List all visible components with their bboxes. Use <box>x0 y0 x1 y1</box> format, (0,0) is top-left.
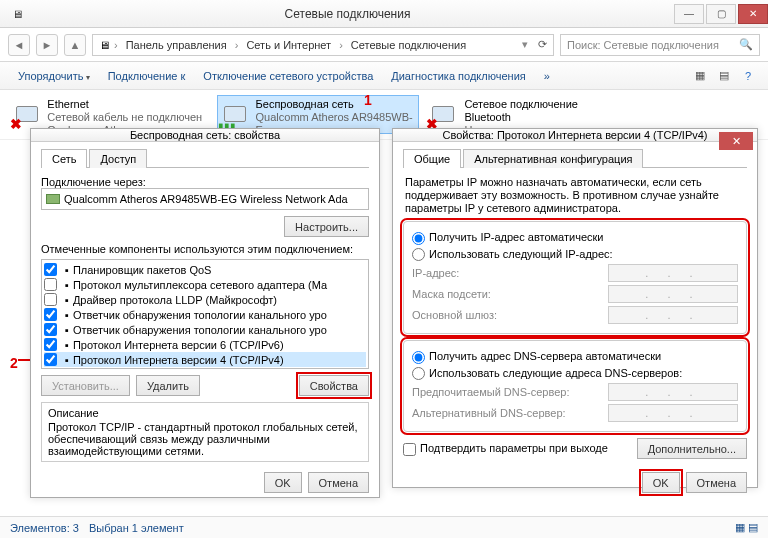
components-label: Отмеченные компоненты используются этим … <box>41 243 369 255</box>
dialog-title: Беспроводная сеть: свойства <box>31 129 379 142</box>
component-item[interactable]: ▪Протокол Интернета версии 6 (TCP/IPv6) <box>44 337 366 352</box>
up-button[interactable]: ▲ <box>64 34 86 56</box>
dns-alternate-label: Альтернативный DNS-сервер: <box>412 407 602 419</box>
titlebar: 🖥 Сетевые подключения — ▢ ✕ <box>0 0 768 28</box>
component-item[interactable]: ▪Протокол мультиплексора сетевого адапте… <box>44 277 366 292</box>
dialog-title-text: Свойства: Протокол Интернета версии 4 (T… <box>442 129 707 141</box>
dns-preferred-label: Предпочитаемый DNS-сервер: <box>412 386 602 398</box>
component-label: Планировщик пакетов QoS <box>73 264 212 276</box>
help-icon[interactable]: ? <box>738 67 758 85</box>
view-icon[interactable]: ▦ <box>690 67 710 85</box>
ok-button[interactable]: OK <box>264 472 302 493</box>
description-body: Протокол TCP/IP - стандартный протокол г… <box>48 421 362 457</box>
status-elements: Элементов: 3 <box>10 522 79 534</box>
dns-group: Получить адрес DNS-сервера автоматически… <box>403 340 747 432</box>
info-text: Параметры IP можно назначать автоматичес… <box>403 168 747 215</box>
diagnose-button[interactable]: Диагностика подключения <box>383 67 533 85</box>
window-title: Сетевые подключения <box>23 7 672 21</box>
subnet-mask-label: Маска подсети: <box>412 288 602 300</box>
tab-network[interactable]: Сеть <box>41 149 87 168</box>
component-label: Протокол мультиплексора сетевого адаптер… <box>73 279 327 291</box>
properties-button[interactable]: Свойства <box>299 375 369 396</box>
uninstall-button[interactable]: Удалить <box>136 375 200 396</box>
component-checkbox[interactable] <box>44 308 57 321</box>
ip-group: Получить IP-адрес автоматически Использо… <box>403 221 747 334</box>
dns-preferred-field[interactable]: . . . <box>608 383 738 401</box>
cancel-button[interactable]: Отмена <box>686 472 747 493</box>
gateway-field[interactable]: . . . <box>608 306 738 324</box>
ip-address-field[interactable]: . . . <box>608 264 738 282</box>
components-list[interactable]: ▪Планировщик пакетов QoS▪Протокол мульти… <box>41 259 369 369</box>
protocol-icon: ▪ <box>65 309 69 321</box>
dns-auto-radio[interactable]: Получить адрес DNS-сервера автоматически <box>412 350 661 364</box>
component-checkbox[interactable] <box>44 293 57 306</box>
protocol-icon: ▪ <box>65 279 69 291</box>
search-placeholder: Поиск: Сетевые подключения <box>567 39 719 51</box>
toolbar-more[interactable]: » <box>536 67 558 85</box>
configure-button[interactable]: Настроить... <box>284 216 369 237</box>
tab-sharing[interactable]: Доступ <box>89 149 147 168</box>
dns-manual-radio[interactable]: Использовать следующие адреса DNS-сервер… <box>412 367 682 381</box>
component-item[interactable]: ▪Ответчик обнаружения топологии канально… <box>44 307 366 322</box>
search-input[interactable]: Поиск: Сетевые подключения 🔍 <box>560 34 760 56</box>
navbar: ◄ ► ▲ 🖥› Панель управления› Сеть и Интер… <box>0 28 768 62</box>
toolbar: Упорядочить Подключение к Отключение сет… <box>0 62 768 90</box>
component-checkbox[interactable] <box>44 338 57 351</box>
wifi-icon: ▮▮▮ <box>220 98 250 130</box>
component-item[interactable]: ▪Планировщик пакетов QoS <box>44 262 366 277</box>
protocol-icon: ▪ <box>65 294 69 306</box>
connection-name: Сетевое подключение Bluetooth <box>464 98 624 124</box>
breadcrumb-item[interactable]: Панель управления <box>122 39 231 51</box>
dialog-close-button[interactable]: ✕ <box>719 132 753 150</box>
control-panel-icon: 🖥 <box>12 8 23 20</box>
breadcrumb[interactable]: 🖥› Панель управления› Сеть и Интернет› С… <box>92 34 554 56</box>
component-checkbox[interactable] <box>44 353 57 366</box>
details-icon[interactable]: ▤ <box>714 67 734 85</box>
component-checkbox[interactable] <box>44 278 57 291</box>
protocol-icon: ▪ <box>65 264 69 276</box>
protocol-icon: ▪ <box>65 324 69 336</box>
validate-checkbox[interactable]: Подтвердить параметры при выходе <box>403 442 608 456</box>
minimize-button[interactable]: — <box>674 4 704 24</box>
adapter-name: Qualcomm Atheros AR9485WB-EG Wireless Ne… <box>64 193 348 205</box>
back-button[interactable]: ◄ <box>8 34 30 56</box>
maximize-button[interactable]: ▢ <box>706 4 736 24</box>
advanced-button[interactable]: Дополнительно... <box>637 438 747 459</box>
tab-general[interactable]: Общие <box>403 149 461 168</box>
install-button[interactable]: Установить... <box>41 375 130 396</box>
component-item[interactable]: ▪Ответчик обнаружения топологии канально… <box>44 322 366 337</box>
status-selected: Выбран 1 элемент <box>89 522 184 534</box>
dialog-title: Свойства: Протокол Интернета версии 4 (T… <box>393 129 757 142</box>
ip-address-label: IP-адрес: <box>412 267 602 279</box>
disable-button[interactable]: Отключение сетевого устройства <box>195 67 381 85</box>
tabs: Сеть Доступ <box>41 148 369 168</box>
organize-menu[interactable]: Упорядочить <box>10 67 98 85</box>
breadcrumb-item[interactable]: Сетевые подключения <box>347 39 470 51</box>
subnet-mask-field[interactable]: . . . <box>608 285 738 303</box>
component-label: Драйвер протокола LLDP (Майкрософт) <box>73 294 277 306</box>
protocol-icon: ▪ <box>65 339 69 351</box>
connect-button[interactable]: Подключение к <box>100 67 194 85</box>
breadcrumb-item[interactable]: Сеть и Интернет <box>242 39 335 51</box>
component-item[interactable]: ▪Протокол Интернета версии 4 (TCP/IPv4) <box>44 352 366 367</box>
view-mode-icon[interactable]: ▦ ▤ <box>735 521 758 534</box>
dropdown-icon[interactable]: ▾ <box>522 38 528 51</box>
cancel-button[interactable]: Отмена <box>308 472 369 493</box>
connect-via-label: Подключение через: <box>41 176 369 188</box>
dns-alternate-field[interactable]: . . . <box>608 404 738 422</box>
component-checkbox[interactable] <box>44 323 57 336</box>
tab-alternate[interactable]: Альтернативная конфигурация <box>463 149 643 168</box>
ip-manual-radio[interactable]: Использовать следующий IP-адрес: <box>412 248 613 262</box>
component-item[interactable]: ▪Драйвер протокола LLDP (Майкрософт) <box>44 292 366 307</box>
component-checkbox[interactable] <box>44 263 57 276</box>
close-button[interactable]: ✕ <box>738 4 768 24</box>
ethernet-icon: ✖ <box>12 98 41 130</box>
refresh-icon[interactable]: ⟳ <box>538 38 547 51</box>
ip-auto-radio[interactable]: Получить IP-адрес автоматически <box>412 231 603 245</box>
ok-button[interactable]: OK <box>642 472 680 493</box>
connection-status: Сетевой кабель не подключен <box>47 111 208 124</box>
search-icon: 🔍 <box>739 38 753 51</box>
description-title: Описание <box>48 407 362 419</box>
forward-button[interactable]: ► <box>36 34 58 56</box>
bluetooth-icon: ✖ <box>428 98 458 130</box>
